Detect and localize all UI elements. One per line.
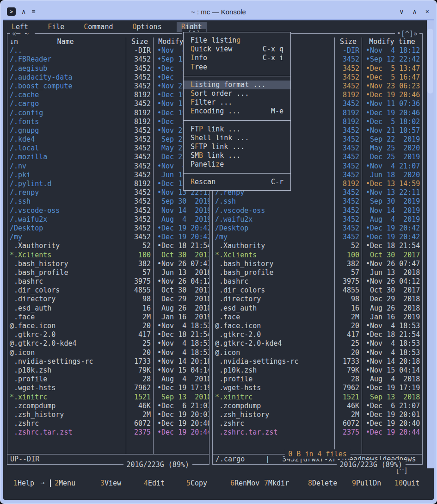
scrollbar[interactable] bbox=[427, 20, 434, 468]
file-row[interactable]: .wget-hsts7962•Dec 19 17:19 bbox=[7, 384, 209, 392]
left-panel-title[interactable]: «─ ~ bbox=[10, 29, 35, 38]
file-row[interactable]: .bashrc3975•Nov 26 04:12 bbox=[213, 277, 422, 286]
file-row[interactable]: /.vscode-oss3452 Nov 14 2019 bbox=[7, 206, 209, 215]
menu-item-smb-link[interactable]: SMB link ... bbox=[184, 151, 290, 160]
file-row[interactable]: .esd_auth16 Aug 26 2018 bbox=[213, 304, 422, 313]
menu-item-sort-order[interactable]: Sort order ... bbox=[184, 89, 290, 98]
file-row[interactable]: .zshrc.tar.zst2375•Dec 19 20:44 bbox=[7, 428, 209, 437]
file-row[interactable]: /.cargo3452•Nov 11 07:36 bbox=[7, 100, 209, 108]
fkey-5-copy[interactable]: 5Copy bbox=[186, 479, 207, 488]
file-row[interactable]: .nvidia-settings-rc1733•Nov 14 20:18 bbox=[7, 357, 209, 366]
file-row[interactable]: /.audacity-data3452•Dec 5 16:47 bbox=[7, 73, 209, 82]
file-row[interactable]: .directory98 Dec 29 2018 bbox=[213, 295, 422, 304]
sort-indicator[interactable]: ↓n bbox=[10, 37, 18, 46]
fkey-2-menu[interactable]: 2Menu bbox=[55, 479, 75, 488]
file-row[interactable]: /Desktop3452•Dec 19 20:42 bbox=[213, 224, 422, 233]
file-row[interactable]: /.config8192•Dec 19 20:46 bbox=[7, 109, 209, 118]
file-row[interactable]: *.xinitrc1521 Sep 13 2018 bbox=[7, 393, 209, 402]
file-row[interactable]: /.local3452 May 25 2020 bbox=[7, 144, 209, 153]
file-row[interactable]: /Desktop3452•Dec 19 20:42 bbox=[7, 224, 209, 233]
file-row[interactable]: /.ssh3452 Sep 30 2019 bbox=[213, 197, 422, 206]
file-row[interactable]: *.xinitrc1521 Sep 13 2018 bbox=[213, 393, 422, 402]
file-row[interactable]: .zshrc6072•Dec 19 20:40 bbox=[213, 419, 422, 428]
keep-above-icon[interactable]: ∧ bbox=[21, 8, 26, 15]
file-row[interactable]: .p10k.zsh79K•Nov 15 04:14 bbox=[7, 366, 209, 375]
file-row[interactable]: .esd_auth16 Aug 26 2018 bbox=[7, 304, 209, 313]
file-row[interactable]: /..-DIR•Nov 4 18:12 bbox=[7, 46, 209, 55]
file-row[interactable]: /.renpy3452•Nov 13 22:11 bbox=[7, 188, 209, 197]
file-row[interactable]: .bashrc3975•Nov 26 04:12 bbox=[7, 277, 209, 286]
file-row[interactable]: /.kde43452 Sep 22 2019 bbox=[7, 135, 209, 144]
file-row[interactable]: .profile28 Aug 4 2018 bbox=[213, 375, 422, 384]
fkey-7-mkdir[interactable]: 7Mkdir bbox=[264, 479, 289, 488]
menubar-item-options[interactable]: Options bbox=[128, 22, 166, 32]
fkey-6-renmov[interactable]: 6RenMov bbox=[230, 479, 259, 488]
column-size[interactable]: Size bbox=[334, 37, 362, 46]
file-row[interactable]: .Xauthority52•Dec 18 21:54 bbox=[7, 242, 209, 250]
file-row[interactable]: /.aegisub3452•Dec 5 13:47 bbox=[7, 64, 209, 73]
file-row[interactable]: /.nv3452•Nov 4 21:07 bbox=[7, 162, 209, 171]
file-row[interactable]: *.Xclients100 Oct 30 2017 bbox=[213, 251, 422, 260]
file-row[interactable]: /.vscode-oss3452 Nov 14 2019 bbox=[213, 206, 422, 215]
file-row[interactable]: .p10k.zsh79K•Nov 15 04:14 bbox=[213, 366, 422, 375]
file-row[interactable]: .bash_history382•Nov 26 07:47 bbox=[213, 260, 422, 268]
column-size[interactable]: Size bbox=[126, 37, 154, 46]
file-row[interactable]: /.boost_compute3452•Nov 23 06:23 bbox=[7, 82, 209, 91]
file-row[interactable]: .gtkrc-2.0417•Dec 18 21:54 bbox=[213, 330, 422, 339]
file-row[interactable]: @.face.icon20•Nov 4 18:53 bbox=[213, 322, 422, 330]
menu-item-filter[interactable]: Filter ... bbox=[184, 98, 290, 107]
panel-history-icon[interactable]: «─ bbox=[12, 30, 20, 38]
fkey-9-pulldn[interactable]: 9PullDn bbox=[352, 479, 381, 488]
right-panel-corner-marker[interactable]: •[^]» bbox=[395, 29, 419, 38]
menu-item-ftp-link[interactable]: FTP link ... bbox=[184, 125, 290, 134]
fkey-8-delete[interactable]: 8Delete bbox=[308, 479, 337, 488]
file-row[interactable]: /.mozilla3452 Dec 25 2019 bbox=[7, 153, 209, 162]
column-name[interactable]: Name bbox=[57, 37, 74, 46]
menu-item-info[interactable]: InfoC-x i bbox=[184, 54, 290, 62]
file-row[interactable]: .zsh_history2M•Dec 19 20:01 bbox=[7, 411, 209, 419]
file-row[interactable]: /.pylint.d8192•Dec 13 14:59 bbox=[7, 180, 209, 188]
close-button[interactable]: × bbox=[425, 8, 429, 15]
file-row[interactable]: /my3452•Dec 19 20:42 bbox=[7, 233, 209, 242]
maximize-button[interactable]: ∧ bbox=[412, 8, 417, 15]
file-row[interactable]: .bash_profile57 Jun 13 2018 bbox=[213, 268, 422, 277]
menu-item-file-listing[interactable]: File listing bbox=[184, 36, 290, 45]
file-row[interactable]: .zsh_history2M•Dec 19 20:01 bbox=[213, 411, 422, 419]
minimize-button[interactable]: ∨ bbox=[399, 8, 404, 15]
file-row[interactable]: .bash_history382•Nov 26 07:47 bbox=[7, 260, 209, 268]
konsole-app-icon[interactable]: > bbox=[7, 7, 16, 16]
scrollbar-thumb[interactable] bbox=[427, 29, 433, 93]
file-row[interactable]: .gtkrc-2.0417•Dec 18 21:54 bbox=[7, 330, 209, 339]
menu-item-encoding[interactable]: Encoding ...M-e bbox=[184, 107, 290, 116]
menubar-item-command[interactable]: Command bbox=[79, 22, 117, 32]
file-row[interactable]: /.ssh3452 Sep 30 2019 bbox=[7, 197, 209, 206]
file-row[interactable]: /.cache8192•Dec 19 20:46 bbox=[7, 91, 209, 100]
menu-item-tree[interactable]: Tree bbox=[184, 63, 290, 72]
menu-item-shell-link[interactable]: Shell link ... bbox=[184, 134, 290, 143]
file-row[interactable]: .face2M Jan 16 2019 bbox=[213, 313, 422, 322]
column-modify-time[interactable]: Modify time bbox=[362, 37, 422, 46]
file-row[interactable]: *.Xclients100 Oct 30 2017 bbox=[7, 251, 209, 260]
file-row[interactable]: @.gtkrc-2.0-kde425•Nov 4 18:53 bbox=[7, 339, 209, 348]
file-row[interactable]: .zshrc6072•Dec 19 20:40 bbox=[7, 419, 209, 428]
menubar-item-file[interactable]: File bbox=[43, 22, 69, 32]
file-row[interactable]: .zshrc.tar.zst2375•Dec 19 20:44 bbox=[213, 428, 422, 437]
fkey-4-edit[interactable]: 4Edit bbox=[144, 479, 165, 488]
file-row[interactable]: @.icon20•Nov 4 18:53 bbox=[213, 348, 422, 357]
file-row[interactable]: .profile28 Aug 4 2018 bbox=[7, 375, 209, 384]
fkey-1-help[interactable]: 1Help bbox=[13, 479, 34, 488]
fkey-10-quit[interactable]: 10Quit bbox=[394, 479, 419, 488]
file-row[interactable]: @.icon20•Nov 4 18:53 bbox=[7, 348, 209, 357]
file-row[interactable]: /my3452•Dec 19 20:42 bbox=[213, 233, 422, 242]
file-row[interactable]: /.waifu2x3452 Aug 4 2019 bbox=[213, 215, 422, 224]
file-row[interactable]: @.face.icon20•Nov 4 18:53 bbox=[7, 322, 209, 330]
file-row[interactable]: .directory98 Dec 29 2018 bbox=[7, 295, 209, 304]
file-row[interactable]: /.fonts8192•Dec 5 18:02 bbox=[7, 118, 209, 126]
menu-item-sftp-link[interactable]: SFTP link ... bbox=[184, 143, 290, 151]
fkey-3-view[interactable]: 3View bbox=[100, 479, 121, 488]
file-row[interactable]: .bash_profile57 Jun 13 2018 bbox=[7, 268, 209, 277]
file-row[interactable]: /.gnupg3452•Nov 21 10:57 bbox=[7, 126, 209, 135]
hamburger-menu-icon[interactable]: ≡ bbox=[31, 8, 35, 15]
menu-item-rescan[interactable]: RescanC-r bbox=[184, 178, 290, 187]
file-row[interactable]: @.gtkrc-2.0-kde425•Nov 4 18:53 bbox=[213, 339, 422, 348]
